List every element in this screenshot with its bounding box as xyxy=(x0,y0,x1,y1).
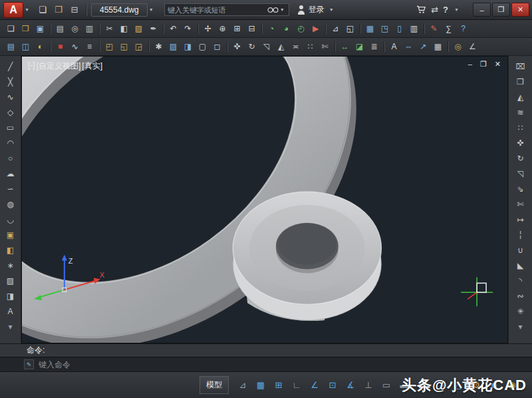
offset-icon[interactable]: ≋ xyxy=(513,106,527,120)
list-icon[interactable]: ≣ xyxy=(367,40,381,54)
drawing-viewport[interactable]: [-] [自定义视图] [真实] ‒ ❐ ✕ xyxy=(21,56,508,343)
polygon-icon[interactable]: ◇ xyxy=(3,106,17,120)
paste-icon[interactable]: ▨ xyxy=(132,22,146,36)
help-chevron-icon[interactable]: ▾ xyxy=(453,7,460,13)
trim-icon[interactable]: ✄ xyxy=(513,198,527,212)
steering-wheel-icon[interactable]: ◴ xyxy=(294,22,308,36)
show-motion-icon[interactable]: ▶ xyxy=(309,22,323,36)
app-menu-chevron-icon[interactable]: ▾ xyxy=(23,7,31,13)
layer-properties-icon[interactable]: ▤ xyxy=(4,40,18,54)
measure-distance-icon[interactable]: ↔ xyxy=(338,40,352,54)
quick-calc-icon[interactable]: ∑ xyxy=(442,22,456,36)
construction-line-icon[interactable]: ╳ xyxy=(3,75,17,89)
markup-icon[interactable]: ✎ xyxy=(427,22,441,36)
gradient-icon[interactable]: ◨ xyxy=(181,40,195,54)
document-switch-chevron-icon[interactable]: ▾ xyxy=(148,7,155,13)
store-cart-icon[interactable] xyxy=(416,5,426,14)
make-block-icon[interactable]: ◧ xyxy=(3,244,17,258)
close-button[interactable]: ✕ xyxy=(511,3,529,17)
chamfer-icon[interactable]: ◣ xyxy=(513,259,527,273)
design-center-icon[interactable]: ◳ xyxy=(378,22,392,36)
sign-in-chevron-icon[interactable]: ▾ xyxy=(328,7,335,13)
pan-icon[interactable]: ✢ xyxy=(201,22,215,36)
exchange-apps-icon[interactable]: ⇄ xyxy=(431,5,438,15)
move-icon[interactable]: ✜ xyxy=(513,136,527,150)
plot-icon[interactable]: ▤ xyxy=(53,22,67,36)
doc-close-icon[interactable]: ✕ xyxy=(495,60,501,69)
sign-in-control[interactable]: 登录 ▾ xyxy=(297,4,335,15)
layer-states-icon[interactable]: ◫ xyxy=(19,40,33,54)
offset-icon[interactable]: ≍ xyxy=(289,40,303,54)
lineweight-control-icon[interactable]: ≡ xyxy=(82,40,96,54)
cut-icon[interactable]: ✂ xyxy=(102,22,116,36)
command-history-line[interactable]: 命令: xyxy=(0,343,532,357)
zoom-previous-icon[interactable]: ⊟ xyxy=(245,22,259,36)
app-logo-icon[interactable]: A xyxy=(3,2,23,18)
named-views-icon[interactable]: ◱ xyxy=(343,22,357,36)
region-icon[interactable]: ◻ xyxy=(210,40,224,54)
toolbar-overflow-icon[interactable]: ▾ xyxy=(3,320,17,334)
mirror-icon[interactable]: ◭ xyxy=(274,40,288,54)
viewport-controls-menu[interactable]: [-] xyxy=(27,61,36,72)
hatch-icon[interactable]: ▨ xyxy=(3,274,17,288)
ortho-icon[interactable]: ∟ xyxy=(289,378,305,393)
circle-icon[interactable]: ○ xyxy=(3,152,17,166)
snap-icon[interactable]: ⊞ xyxy=(271,378,287,393)
model-space-button[interactable]: 模型 xyxy=(200,376,229,394)
document-filename[interactable]: 45554.dwg xyxy=(91,3,148,17)
3d-model-canvas[interactable]: Z X xyxy=(22,57,507,343)
infer-constraints-icon[interactable]: ⊿ xyxy=(235,378,251,393)
insert-block-icon[interactable]: ▣ xyxy=(3,228,17,242)
properties-icon[interactable]: ▦ xyxy=(363,22,377,36)
save-icon[interactable]: ▣ xyxy=(33,22,47,36)
plot-preview-icon[interactable]: ◎ xyxy=(68,22,82,36)
measure-area-icon[interactable]: ◪ xyxy=(352,40,366,54)
viewport-view-menu[interactable]: [自定义视图] xyxy=(36,61,82,72)
move-icon[interactable]: ✜ xyxy=(230,40,244,54)
grid-icon[interactable]: ▦ xyxy=(253,378,269,393)
rectangle-icon[interactable]: ▭ xyxy=(3,121,17,135)
match-properties-icon[interactable]: ✒ xyxy=(146,22,160,36)
leader-icon[interactable]: ↗ xyxy=(416,40,430,54)
ellipse-arc-icon[interactable]: ◡ xyxy=(3,213,17,227)
orbit-icon[interactable]: ◔ xyxy=(265,22,279,36)
polar-tracking-icon[interactable]: ∠ xyxy=(307,378,323,393)
extend-icon[interactable]: ↦ xyxy=(513,213,527,227)
linetype-control-icon[interactable]: ∿ xyxy=(68,40,82,54)
write-block-icon[interactable]: ◲ xyxy=(132,40,146,54)
qnew-icon[interactable]: ❏ xyxy=(36,3,49,17)
toolbar-overflow-icon[interactable]: ▾ xyxy=(513,320,527,334)
array-icon[interactable]: ∷ xyxy=(303,40,317,54)
binoculars-search-icon[interactable] xyxy=(267,4,279,16)
trim-icon[interactable]: ✄ xyxy=(318,40,332,54)
fillet-icon[interactable]: ◝ xyxy=(513,274,527,288)
command-input[interactable] xyxy=(39,360,532,369)
line-icon[interactable]: ╱ xyxy=(3,60,17,74)
color-control-icon[interactable]: ■ xyxy=(53,40,67,54)
scale-icon[interactable]: ◹ xyxy=(513,167,527,181)
doc-minimize-icon[interactable]: ‒ xyxy=(468,60,472,69)
make-block-icon[interactable]: ◰ xyxy=(102,40,116,54)
osnap-settings-icon[interactable]: ◎ xyxy=(451,40,465,54)
break-icon[interactable]: ╎ xyxy=(513,228,527,242)
erase-icon[interactable]: ⌧ xyxy=(513,60,527,74)
gradient-icon[interactable]: ◨ xyxy=(3,290,17,303)
plot-icon[interactable]: ⊟ xyxy=(68,3,81,17)
help-icon[interactable]: ? xyxy=(456,22,470,36)
object-snap-tracking-icon[interactable]: ∡ xyxy=(342,378,358,393)
point-style-icon[interactable]: ✱ xyxy=(152,40,166,54)
table-icon[interactable]: ▦ xyxy=(431,40,445,54)
minimize-button[interactable]: ‒ xyxy=(473,3,491,17)
scale-icon[interactable]: ◹ xyxy=(259,40,273,54)
tool-palettes-icon[interactable]: ▯ xyxy=(392,22,406,36)
command-customize-icon[interactable]: ✎ xyxy=(24,359,34,369)
ucs-dialog-icon[interactable]: ∠ xyxy=(466,40,479,54)
rotate-icon[interactable]: ↻ xyxy=(245,40,259,54)
insert-block-icon[interactable]: ◱ xyxy=(117,40,131,54)
explode-icon[interactable]: ✳ xyxy=(513,305,527,319)
spline-icon[interactable]: ∽ xyxy=(3,182,17,196)
open-icon[interactable]: ❒ xyxy=(52,3,65,17)
copy-icon[interactable]: ❐ xyxy=(513,75,527,89)
viewport-visual-style-menu[interactable]: [真实] xyxy=(81,61,103,72)
boundary-icon[interactable]: ▢ xyxy=(196,40,209,54)
